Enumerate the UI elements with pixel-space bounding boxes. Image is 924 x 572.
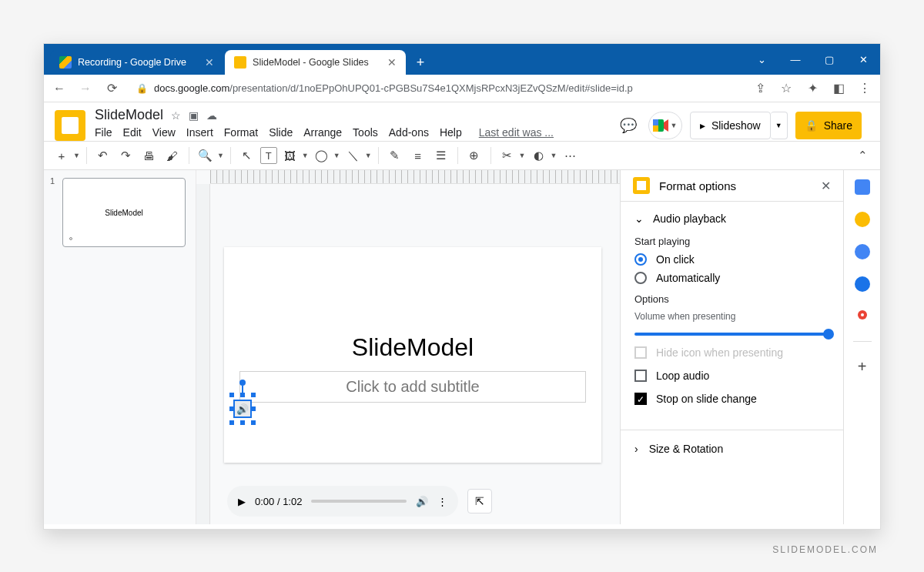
- extensions-icon[interactable]: ✦: [803, 79, 822, 98]
- slides-logo-icon[interactable]: [55, 110, 85, 141]
- checkbox-label: Hide icon when presenting: [656, 346, 783, 359]
- close-icon[interactable]: ✕: [387, 56, 397, 69]
- reload-button[interactable]: ⟳: [102, 79, 121, 98]
- print-button[interactable]: 🖶: [139, 146, 159, 166]
- last-edit-link[interactable]: Last edit was ...: [479, 126, 554, 139]
- play-button[interactable]: ▶: [238, 496, 246, 507]
- resize-handle[interactable]: [229, 393, 234, 397]
- textbox-tool[interactable]: T: [260, 147, 277, 164]
- menu-format[interactable]: Format: [224, 126, 258, 139]
- paint-format-button[interactable]: 🖌: [162, 146, 182, 166]
- linespacing-button[interactable]: ☰: [431, 146, 451, 166]
- canvas-area[interactable]: SlideModel Click to add subtitle 🔊 ▶ 0:0…: [196, 170, 620, 524]
- resize-handle[interactable]: [251, 393, 256, 397]
- document-title[interactable]: SlideModel: [95, 107, 163, 123]
- close-icon[interactable]: ✕: [205, 56, 214, 69]
- player-seek[interactable]: [311, 500, 407, 503]
- collapse-toolbar-button[interactable]: ⌃: [852, 146, 872, 166]
- meet-button[interactable]: ▼: [648, 112, 682, 139]
- fill-color-button[interactable]: ✎: [385, 146, 405, 166]
- move-icon[interactable]: ▣: [189, 109, 199, 122]
- close-window-button[interactable]: ✕: [846, 44, 880, 75]
- comments-button[interactable]: 💬: [616, 113, 641, 138]
- radio-onclick[interactable]: On click: [634, 253, 829, 266]
- add-addons-button[interactable]: +: [855, 359, 870, 374]
- menu-tools[interactable]: Tools: [353, 126, 378, 139]
- radio-automatically[interactable]: Automatically: [634, 272, 829, 284]
- share-button[interactable]: 🔒 Share: [795, 112, 862, 139]
- align-button[interactable]: ≡: [408, 146, 428, 166]
- slide-subtitle-placeholder[interactable]: Click to add subtitle: [239, 371, 586, 403]
- contacts-icon[interactable]: [855, 276, 870, 292]
- menu-addons[interactable]: Add-ons: [389, 126, 429, 139]
- player-time: 0:00 / 1:02: [255, 496, 302, 507]
- resize-handle[interactable]: [240, 420, 245, 425]
- popout-button[interactable]: ⇱: [467, 489, 492, 513]
- menu-slide[interactable]: Slide: [269, 126, 293, 139]
- slide-title[interactable]: SlideModel: [224, 333, 601, 362]
- tabsearch-icon[interactable]: ⌄: [745, 44, 778, 75]
- slide-thumb-1[interactable]: 1 SlideModel: [53, 178, 186, 247]
- rotate-handle[interactable]: [239, 380, 246, 386]
- audio-object[interactable]: 🔊: [233, 400, 252, 418]
- url-input[interactable]: 🔒 docs.google.com/presentation/d/1noEPpO…: [129, 78, 743, 99]
- redo-button[interactable]: ↷: [116, 146, 136, 166]
- menu-edit[interactable]: Edit: [123, 126, 142, 139]
- select-tool[interactable]: ↖: [237, 146, 257, 166]
- calendar-icon[interactable]: [855, 179, 870, 195]
- crop-button[interactable]: ✂: [497, 146, 517, 166]
- share-icon[interactable]: ⇪: [751, 79, 769, 98]
- bookmark-icon[interactable]: ☆: [777, 79, 795, 98]
- checkbox-hide-icon: Hide icon when presenting: [634, 346, 829, 359]
- shape-tool[interactable]: ◯: [312, 146, 332, 166]
- resize-handle[interactable]: [251, 406, 256, 411]
- undo-button[interactable]: ↶: [93, 146, 113, 166]
- resize-handle[interactable]: [229, 420, 234, 425]
- volume-button[interactable]: 🔊: [416, 496, 428, 507]
- titlebar: Recording - Google Drive ✕ SlideModel - …: [44, 44, 880, 75]
- back-button[interactable]: ←: [50, 79, 69, 98]
- checkbox-stop-on-change[interactable]: Stop on slide change: [634, 393, 829, 405]
- play-icon: ▸: [700, 119, 705, 132]
- menu-file[interactable]: File: [95, 126, 112, 139]
- menu-icon[interactable]: ⋮: [855, 79, 874, 98]
- close-panel-button[interactable]: ✕: [821, 179, 831, 193]
- zoom-button[interactable]: 🔍: [196, 146, 216, 166]
- image-tool[interactable]: 🖼: [280, 146, 300, 166]
- maps-icon[interactable]: [855, 309, 870, 324]
- new-slide-button[interactable]: +: [52, 146, 72, 166]
- menu-insert[interactable]: Insert: [186, 126, 213, 139]
- new-tab-button[interactable]: +: [407, 50, 434, 75]
- menu-help[interactable]: Help: [440, 126, 462, 139]
- volume-slider[interactable]: [634, 333, 829, 336]
- menu-view[interactable]: View: [152, 126, 176, 139]
- tasks-icon[interactable]: [855, 244, 870, 259]
- slide-canvas[interactable]: SlideModel Click to add subtitle 🔊: [224, 247, 601, 463]
- slideshow-button[interactable]: ▸ Slideshow: [690, 112, 771, 139]
- slideshow-dropdown[interactable]: ▼: [771, 112, 788, 139]
- minimize-button[interactable]: —: [778, 44, 812, 75]
- size-rotation-section[interactable]: › Size & Rotation: [621, 430, 843, 467]
- player-menu[interactable]: ⋮: [437, 496, 447, 507]
- format-icon: [633, 177, 650, 194]
- tab-slides[interactable]: SlideModel - Google Slides ✕: [225, 50, 406, 75]
- sidepanel-icon[interactable]: ◧: [829, 79, 848, 98]
- slider-knob[interactable]: [823, 329, 834, 340]
- resize-handle[interactable]: [251, 420, 256, 425]
- star-icon[interactable]: ☆: [171, 109, 181, 122]
- resize-handle[interactable]: [229, 406, 234, 411]
- forward-button[interactable]: →: [76, 79, 95, 98]
- cloud-icon[interactable]: ☁: [206, 109, 217, 122]
- menu-arrange[interactable]: Arrange: [303, 126, 342, 139]
- more-button[interactable]: ⋯: [560, 146, 580, 166]
- keep-icon[interactable]: [855, 212, 870, 227]
- comment-button[interactable]: ⊕: [464, 146, 484, 166]
- resize-handle[interactable]: [240, 393, 245, 397]
- line-tool[interactable]: ＼: [343, 146, 363, 166]
- maximize-button[interactable]: ▢: [812, 44, 846, 75]
- mask-button[interactable]: ◐: [529, 146, 549, 166]
- radio-icon: [634, 253, 647, 266]
- checkbox-loop-audio[interactable]: Loop audio: [634, 370, 829, 382]
- section-toggle[interactable]: ⌄ Audio playback: [634, 212, 829, 225]
- tab-drive[interactable]: Recording - Google Drive ✕: [50, 50, 223, 75]
